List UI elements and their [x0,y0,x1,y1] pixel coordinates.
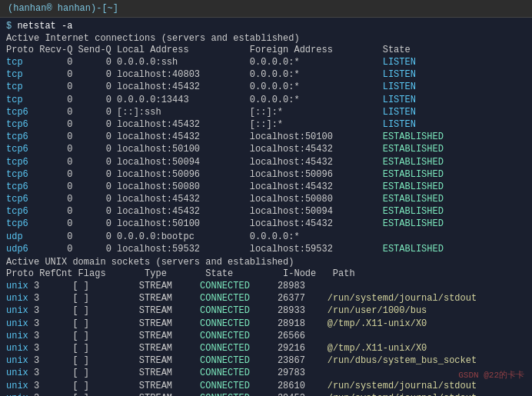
table-row: tcp6 0 0 localhost:45432 [::]:* LISTEN [6,118,526,131]
col-header1: Proto Recv-Q Send-Q Local Address Foreig… [6,45,526,55]
title-bar: (hanhan® hanhan)-[~] [0,0,532,18]
internet-rows: tcp 0 0 0.0.0.0:ssh 0.0.0.0:* LISTENtcp … [6,56,526,255]
table-row: tcp 0 0 localhost:45432 0.0.0.0:* LISTEN [6,81,526,93]
table-row: tcp 0 0 localhost:40803 0.0.0.0:* LISTEN [6,68,526,81]
table-row: tcp6 0 0 localhost:45432 localhost:50100… [6,131,526,143]
col-header2: Proto RefCnt Flags Type State I-Node Pat… [6,268,526,279]
table-row: tcp 0 0 0.0.0.0:ssh 0.0.0.0:* LISTEN [6,56,526,68]
table-row: unix 3 [ ] STREAM CONNECTED 26377 /run/s… [6,292,526,304]
table-row: tcp6 0 0 localhost:50080 localhost:45432… [6,181,526,193]
watermark: GSDN @22的卡卡 [458,369,524,381]
table-row: unix 3 [ ] STREAM CONNECTED 29783 [6,367,526,379]
table-row: unix 3 [ ] STREAM CONNECTED 28933 /run/u… [6,304,526,317]
section1-header: Active Internet connections (servers and… [6,33,526,44]
prompt-symbol: $ [6,21,17,32]
terminal-content: $ netstat -a Active Internet connections… [0,18,532,396]
table-row: udp 0 0 0.0.0.0:bootpc 0.0.0.0:* [6,231,526,243]
table-row: unix 3 [ ] STREAM CONNECTED 29216 @/tmp/… [6,342,526,354]
table-row: udp6 0 0 localhost:59532 localhost:59532… [6,243,526,255]
table-row: unix 3 [ ] STREAM CONNECTED 28610 /run/s… [6,380,526,392]
table-row: tcp6 0 0 localhost:50100 localhost:45432… [6,143,526,155]
table-row: tcp6 0 0 localhost:45432 localhost:50080… [6,193,526,205]
table-row: tcp6 0 0 [::]:ssh [::]:* LISTEN [6,106,526,118]
title-text: (hanhan® hanhan)-[~] [8,3,118,14]
section2-header: Active UNIX domain sockets (servers and … [6,257,526,268]
table-row: unix 3 [ ] STREAM CONNECTED 29452 /run/s… [6,392,526,396]
terminal-window: (hanhan® hanhan)-[~] $ netstat -a Active… [0,0,532,396]
command-line: $ netstat -a [6,21,526,32]
unix-rows: unix 3 [ ] STREAM CONNECTED 28983 unix 3… [6,280,526,396]
table-row: tcp6 0 0 localhost:45432 localhost:50094… [6,205,526,218]
table-row: unix 3 [ ] STREAM CONNECTED 28983 [6,280,526,292]
table-row: tcp6 0 0 localhost:50096 localhost:50096… [6,168,526,181]
table-row: unix 3 [ ] STREAM CONNECTED 23867 /run/d… [6,354,526,367]
table-row: tcp6 0 0 localhost:50100 localhost:45432… [6,218,526,230]
table-row: tcp 0 0 0.0.0.0:13443 0.0.0.0:* LISTEN [6,94,526,106]
command-text: netstat -a [17,21,72,32]
table-row: unix 3 [ ] STREAM CONNECTED 28918 @/tmp/… [6,318,526,330]
table-row: unix 3 [ ] STREAM CONNECTED 26566 [6,330,526,342]
table-row: tcp6 0 0 localhost:50094 localhost:45432… [6,156,526,168]
